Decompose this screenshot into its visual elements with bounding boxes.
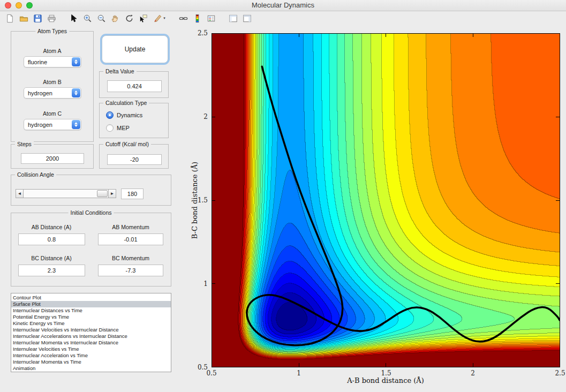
rotate-3d-icon bbox=[124, 13, 134, 24]
hide-plot-tools-icon bbox=[228, 13, 238, 24]
save-figure-icon bbox=[33, 13, 43, 24]
plot-list-item[interactable]: Internuclear Distances vs Time bbox=[11, 307, 171, 314]
plot-list-item[interactable]: Internulear Velocities vs Time bbox=[11, 346, 171, 352]
x-tick-label: 2.5 bbox=[555, 370, 565, 377]
brush-icon bbox=[153, 13, 163, 24]
figure-toolbar: ▾ bbox=[0, 12, 566, 25]
popup-stepper-icon bbox=[72, 88, 80, 97]
radio-mep-label: MEP bbox=[117, 125, 130, 131]
atom-a-label: Atom A bbox=[43, 48, 62, 54]
initial-conditions-panel-title: Initial Conditions bbox=[68, 209, 114, 216]
calculation-type-panel-title: Calculation Type bbox=[103, 100, 149, 106]
atom-types-panel-title: Atom Types bbox=[35, 28, 69, 34]
collision-angle-panel: Collision Angle ◄ ► 180 bbox=[11, 175, 171, 206]
print-figure-icon bbox=[47, 13, 57, 24]
brush-button[interactable]: ▾ bbox=[150, 12, 168, 24]
insert-legend-button[interactable] bbox=[205, 12, 217, 24]
bc-momentum-label: BC Momentum bbox=[112, 255, 149, 261]
bc-momentum-field[interactable]: -7.3 bbox=[98, 265, 163, 276]
steps-panel: Steps 2000 bbox=[11, 144, 94, 169]
atom-b-value: hydrogen bbox=[24, 90, 72, 96]
plot-type-listbox[interactable]: Contour Plot Surface Plot Internuclear D… bbox=[11, 293, 171, 372]
pan-button[interactable] bbox=[109, 12, 122, 24]
collision-angle-field[interactable]: 180 bbox=[121, 189, 144, 199]
zoom-in-button[interactable] bbox=[81, 12, 94, 24]
atom-c-value: hydrogen bbox=[24, 122, 72, 128]
show-plot-tools-icon bbox=[242, 13, 252, 24]
titlebar: Molecular Dynamics bbox=[0, 0, 566, 11]
zoom-in-icon bbox=[82, 13, 93, 24]
plot-list-item[interactable]: Potential Energy vs Time bbox=[11, 314, 171, 320]
minimize-window-button[interactable] bbox=[16, 2, 22, 9]
collision-angle-slider[interactable] bbox=[23, 189, 109, 198]
atom-a-value: fluorine bbox=[24, 59, 72, 65]
edit-plot-button[interactable] bbox=[67, 12, 80, 24]
plot-list-item[interactable]: Contour Plot bbox=[11, 295, 171, 301]
y-tick-label: 2.5 bbox=[188, 29, 208, 37]
atom-a-select[interactable]: fluorine bbox=[24, 56, 81, 67]
slider-left-arrow-button[interactable]: ◄ bbox=[16, 189, 24, 198]
new-figure-button[interactable] bbox=[3, 12, 16, 24]
zoom-window-button[interactable] bbox=[26, 2, 33, 9]
atom-c-select[interactable]: hydrogen bbox=[24, 119, 81, 130]
pan-icon bbox=[110, 13, 120, 24]
plot-list-item[interactable]: Kinetic Energy vs Time bbox=[11, 320, 171, 327]
delta-value-field[interactable]: 0.424 bbox=[107, 80, 162, 92]
steps-field[interactable]: 2000 bbox=[21, 153, 84, 164]
atom-c-label: Atom C bbox=[43, 110, 62, 117]
open-file-button[interactable] bbox=[17, 12, 30, 24]
initial-conditions-panel: Initial Conditions AB Distance (A) AB Mo… bbox=[11, 213, 171, 287]
ab-momentum-field[interactable]: -0.01 bbox=[98, 233, 163, 245]
cutoff-panel: Cutoff (Kcal/ mol) -20 bbox=[99, 144, 169, 169]
atom-b-select[interactable]: hydrogen bbox=[24, 87, 81, 99]
radio-mep[interactable]: MEP bbox=[106, 124, 130, 132]
show-plot-tools-button[interactable] bbox=[240, 12, 253, 24]
print-figure-button[interactable] bbox=[45, 12, 58, 24]
steps-panel-title: Steps bbox=[15, 141, 34, 147]
data-cursor-icon bbox=[138, 13, 148, 24]
dropdown-caret-icon[interactable]: ▾ bbox=[163, 16, 165, 20]
plot-list-item[interactable]: Internuclear Momenta vs Time bbox=[11, 359, 171, 365]
edit-plot-icon bbox=[69, 13, 79, 24]
plot-list-item[interactable]: Surface Plot bbox=[11, 301, 171, 307]
slider-right-arrow-button[interactable]: ► bbox=[108, 189, 116, 198]
bc-distance-label: BC Distance (A) bbox=[31, 255, 71, 261]
popup-stepper-icon bbox=[72, 120, 80, 129]
ab-distance-field[interactable]: 0.8 bbox=[18, 233, 85, 245]
close-window-button[interactable] bbox=[5, 2, 11, 9]
bc-distance-field[interactable]: 2.3 bbox=[18, 265, 85, 276]
link-plot-icon bbox=[178, 13, 188, 24]
delta-value-panel: Delta Value 0.424 bbox=[99, 71, 169, 98]
plot-list-item[interactable]: Internuclear Acceleration vs Time bbox=[11, 352, 171, 359]
pes-contour-canvas[interactable] bbox=[212, 33, 560, 367]
link-plot-button[interactable] bbox=[177, 12, 190, 24]
slider-thumb[interactable] bbox=[97, 190, 108, 197]
update-button[interactable]: Update bbox=[102, 35, 168, 63]
radio-dynamics[interactable]: Dynamics bbox=[106, 111, 142, 119]
insert-colorbar-icon bbox=[192, 13, 202, 24]
ab-momentum-label: AB Momentum bbox=[112, 224, 149, 230]
x-tick-label: 0.5 bbox=[206, 370, 216, 377]
save-figure-button[interactable] bbox=[31, 12, 44, 24]
zoom-out-icon bbox=[96, 13, 107, 24]
delta-value-panel-title: Delta Value bbox=[103, 68, 137, 74]
plot-list-item[interactable]: Animation bbox=[11, 365, 171, 372]
collision-angle-panel-title: Collision Angle bbox=[15, 171, 56, 178]
insert-legend-icon bbox=[206, 13, 216, 24]
cutoff-field[interactable]: -20 bbox=[107, 154, 162, 165]
calculation-type-panel: Calculation Type Dynamics MEP bbox=[99, 103, 169, 138]
data-cursor-button[interactable] bbox=[137, 12, 149, 24]
plot-list-item[interactable]: Internuclear Accelerations vs Internucle… bbox=[11, 333, 171, 340]
x-axis-label: A-B bond distance (Å) bbox=[347, 376, 424, 385]
atom-b-label: Atom B bbox=[43, 79, 61, 85]
x-tick-label: 1.5 bbox=[381, 370, 391, 377]
plot-list-item[interactable]: Internuclear Velocities vs Internuclear … bbox=[11, 327, 171, 333]
insert-colorbar-button[interactable] bbox=[191, 12, 203, 24]
hide-plot-tools-button[interactable] bbox=[227, 12, 239, 24]
rotate-3d-button[interactable] bbox=[123, 12, 135, 24]
zoom-out-button[interactable] bbox=[95, 12, 108, 24]
radio-dot-icon bbox=[106, 111, 114, 119]
plot-list-item[interactable]: Internuclear Momenta vs Internuclear Dis… bbox=[11, 340, 171, 346]
ab-distance-label: AB Distance (A) bbox=[32, 224, 72, 230]
radio-dot-icon bbox=[106, 124, 114, 132]
